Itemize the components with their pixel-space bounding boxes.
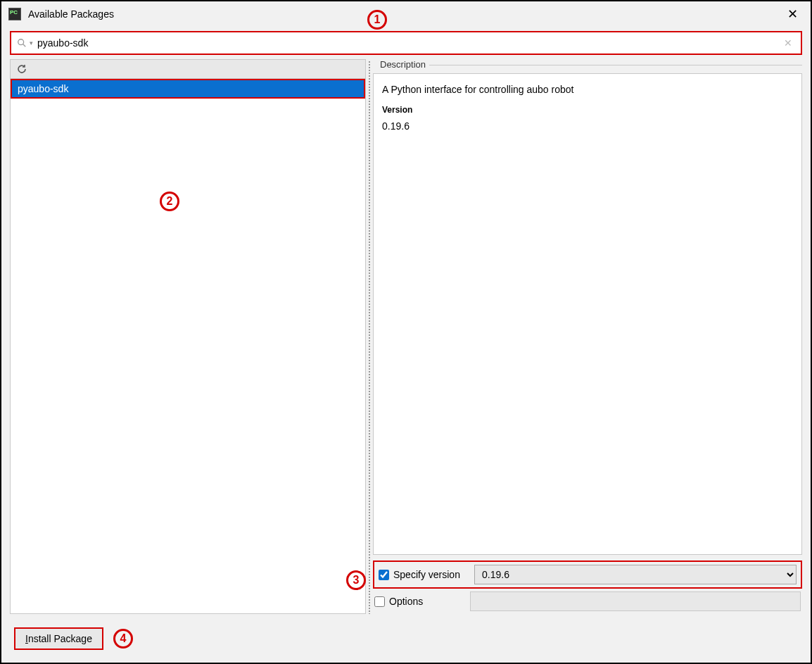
version-heading: Version — [382, 105, 793, 115]
close-icon[interactable]: ✕ — [782, 6, 804, 22]
options-row: Options — [373, 589, 802, 614]
app-icon — [8, 8, 21, 20]
options-area: Specify version 0.19.6 Options — [373, 560, 802, 614]
search-row: ▾ ✕ — [10, 31, 802, 55]
refresh-icon[interactable] — [16, 63, 27, 75]
specify-version-checkbox[interactable] — [379, 570, 389, 580]
refresh-bar — [10, 59, 366, 79]
package-list[interactable]: pyaubo-sdk 2 — [10, 79, 366, 614]
content: pyaubo-sdk 2 Description A Python interf… — [10, 59, 802, 614]
options-checkbox[interactable] — [374, 596, 385, 607]
version-value: 0.19.6 — [382, 120, 793, 132]
svg-line-1 — [23, 44, 26, 47]
install-package-button[interactable]: Install Package — [14, 627, 103, 650]
details-pane: Description A Python interface for contr… — [373, 59, 802, 614]
search-dropdown-icon[interactable]: ▾ — [30, 39, 33, 46]
description-body: A Python interface for controlling aubo … — [373, 73, 802, 555]
description-group: Description A Python interface for contr… — [373, 59, 802, 555]
window-title: Available Packages — [28, 8, 114, 20]
specify-version-row: Specify version 0.19.6 — [373, 560, 802, 589]
callout-2: 2 — [160, 192, 179, 211]
splitter[interactable] — [366, 59, 373, 614]
callout-4: 4 — [113, 629, 133, 649]
search-input[interactable] — [37, 37, 781, 49]
description-legend: Description — [377, 59, 429, 70]
titlebar: Available Packages ✕ — [1, 1, 811, 27]
specify-version-select[interactable]: 0.19.6 — [474, 565, 797, 584]
clear-icon[interactable]: ✕ — [781, 37, 795, 49]
package-item-pyaubo-sdk[interactable]: pyaubo-sdk — [11, 79, 365, 99]
package-list-pane: pyaubo-sdk 2 — [10, 59, 366, 614]
svg-point-0 — [18, 39, 24, 45]
description-divider — [429, 65, 802, 65]
specify-version-label: Specify version — [393, 569, 460, 580]
options-input[interactable] — [470, 591, 801, 611]
description-summary: A Python interface for controlling aubo … — [382, 84, 793, 95]
footer: Install Package 4 — [14, 627, 133, 650]
options-label: Options — [389, 596, 423, 607]
search-icon — [17, 38, 27, 48]
